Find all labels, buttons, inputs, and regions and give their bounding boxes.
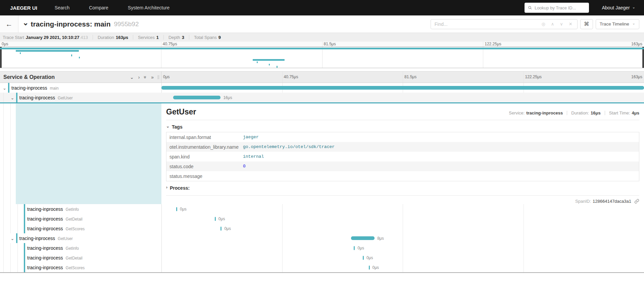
span-color-bar: [16, 233, 17, 243]
meta-value: tracing-inprocess: [526, 110, 563, 115]
service-operation-title: Service & Operation: [3, 74, 55, 80]
span-name-cell: tracing-inprocessGetInfo: [0, 204, 161, 214]
column-resize-handle[interactable]: [158, 75, 159, 79]
process-label: Process:: [170, 185, 190, 191]
span-service-name: tracing-inprocessGetDetail: [27, 216, 83, 222]
span-operation-name: GetDetail: [66, 256, 83, 261]
tag-row[interactable]: internal.span.formatjaeger: [166, 132, 639, 142]
indent-guide: [3, 243, 4, 253]
find-input[interactable]: [431, 21, 537, 27]
collapse-one-icon[interactable]: ⌄: [130, 75, 134, 80]
find-box: ◎ ∧ ∨ ✕: [431, 19, 578, 29]
span-operation-name: GetScores: [66, 227, 85, 231]
tags-accordion-header[interactable]: ⌄ Tags: [166, 124, 639, 130]
span-duration-bar[interactable]: [363, 256, 364, 260]
brand-link[interactable]: JAEGER UI: [10, 5, 37, 11]
minimap-left-handle[interactable]: [0, 47, 2, 68]
tag-row[interactable]: otel.instrumentation_library.namego.open…: [166, 142, 639, 152]
find-controls: ◎ ∧ ∨ ✕: [537, 21, 577, 27]
rows-bottom-border: [0, 272, 644, 273]
span-duration-bar[interactable]: [161, 86, 644, 90]
span-duration-label: 0μs: [357, 246, 364, 250]
expand-chevron-icon[interactable]: ⌄: [11, 236, 14, 241]
span-duration-bar[interactable]: [354, 246, 355, 250]
tags-table: internal.span.formatjaegerotel.instrumen…: [166, 132, 639, 181]
minimap-span-bar: [257, 61, 258, 63]
expand-chevron-icon[interactable]: ⌄: [3, 85, 6, 90]
span-service-name: tracing-inprocessGetDetail: [27, 255, 83, 261]
expand-chevron-icon[interactable]: ⌄: [11, 95, 14, 100]
collapse-all-icon[interactable]: »: [143, 76, 148, 79]
tick-label: 81.5μs: [322, 42, 336, 46]
summary-label: Duration: [98, 35, 114, 40]
minimap-canvas[interactable]: [0, 47, 644, 68]
collapse-trace-chevron-icon[interactable]: ⌄: [22, 18, 29, 27]
next-match-icon[interactable]: ∨: [560, 21, 563, 27]
keyboard-shortcuts-button[interactable]: ⌘: [580, 19, 593, 29]
span-timeline-cell: 0μs: [161, 263, 644, 272]
prev-match-icon[interactable]: ∧: [551, 21, 554, 27]
span-duration-bar[interactable]: [351, 236, 375, 240]
span-row[interactable]: ⌄tracing-inprocessGetUser8μs: [0, 233, 644, 243]
trace-header: ← ⌄ tracing-inprocess: main 9955b92 ◎ ∧ …: [0, 15, 644, 33]
span-row[interactable]: ⌄tracing-inprocessmain: [0, 83, 644, 93]
summary-value-fraction: .413: [80, 35, 88, 40]
span-duration-bar[interactable]: [176, 207, 177, 211]
trace-lookup-input[interactable]: [535, 5, 586, 10]
span-duration-label: 0μs: [180, 207, 187, 211]
span-timeline-cell: [161, 83, 644, 93]
span-row[interactable]: ⌄tracing-inprocessGetUser16μs: [0, 93, 644, 102]
span-detail-panel: GetUser Service:tracing-inprocessDuratio…: [161, 103, 644, 204]
span-operation-name: GetUser: [58, 236, 73, 241]
deep-link-button[interactable]: [634, 199, 639, 204]
span-row[interactable]: tracing-inprocessGetInfo0μs: [0, 243, 644, 253]
span-timeline-cell: 0μs: [161, 224, 644, 233]
span-color-bar: [24, 214, 25, 224]
jaeger-trace-page: JAEGER UI SearchCompareSystem Architectu…: [0, 0, 644, 284]
span-duration-bar[interactable]: [220, 227, 221, 231]
nav-link-system-architecture[interactable]: System Architecture: [128, 5, 170, 10]
span-color-bar: [24, 263, 25, 272]
trace-view-label: Trace Timeline: [600, 21, 629, 27]
span-duration-bar[interactable]: [215, 217, 216, 221]
trace-view-dropdown[interactable]: Trace Timeline ⌄: [596, 19, 639, 29]
tick-label: 0μs: [0, 42, 8, 46]
detail-highlight-band[interactable]: [16, 103, 161, 204]
span-operation-name: main: [50, 86, 59, 91]
summary-label: Services: [138, 35, 155, 40]
clear-find-icon[interactable]: ✕: [569, 21, 573, 27]
tag-row[interactable]: status.code0: [166, 161, 639, 171]
indent-guide: [3, 93, 4, 102]
link-icon: [634, 199, 639, 204]
tag-row[interactable]: status.message: [166, 171, 639, 181]
summary-value: 9: [218, 35, 221, 40]
back-button[interactable]: ←: [0, 15, 18, 33]
expand-all-icon[interactable]: »: [151, 75, 154, 80]
span-service-name: tracing-inprocessGetScores: [27, 226, 85, 231]
nav-link-search[interactable]: Search: [55, 5, 69, 10]
span-row[interactable]: tracing-inprocessGetInfo0μs: [0, 204, 644, 214]
span-duration-bar[interactable]: [369, 266, 370, 270]
about-jaeger-menu[interactable]: About Jaeger ⌄: [602, 5, 635, 10]
span-row[interactable]: tracing-inprocessGetScores0μs: [0, 224, 644, 233]
span-row[interactable]: tracing-inprocessGetScores0μs: [0, 263, 644, 272]
tag-row[interactable]: span.kindinternal: [166, 152, 639, 161]
expand-one-icon[interactable]: ›: [138, 75, 140, 80]
summary-item: Trace StartJanuary 29 2021, 10:10:27.413: [3, 35, 88, 40]
span-row[interactable]: tracing-inprocessGetDetail0μs: [0, 214, 644, 224]
chevron-right-icon: ›: [166, 185, 167, 189]
span-row[interactable]: tracing-inprocessGetDetail0μs: [0, 253, 644, 263]
collapse-controls: ⌄ › » »: [130, 75, 161, 80]
process-accordion-header[interactable]: › Process:: [166, 185, 639, 191]
minimap-span-bar: [71, 54, 72, 56]
span-name-cell: tracing-inprocessGetScores: [0, 263, 161, 272]
nav-link-compare[interactable]: Compare: [89, 5, 108, 10]
scope-icon[interactable]: ◎: [541, 21, 545, 27]
span-timeline-cell: 0μs: [161, 204, 644, 214]
indent-guide: [3, 253, 4, 263]
summary-separator: [163, 35, 164, 40]
minimap-right-handle[interactable]: [642, 47, 644, 68]
command-icon: ⌘: [584, 21, 589, 27]
tag-value: go.opentelemetry.io/otel/sdk/tracer: [243, 144, 335, 149]
span-duration-bar[interactable]: [173, 96, 220, 99]
